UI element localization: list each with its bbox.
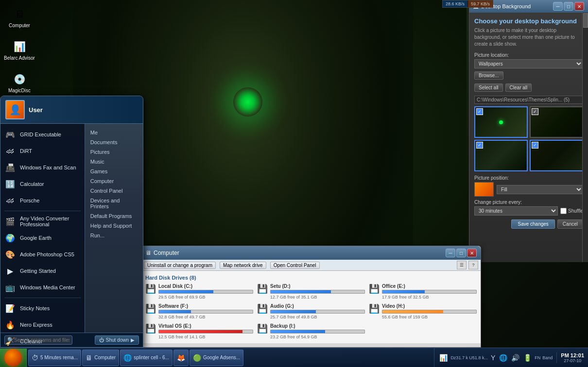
start-item-avc-label: Any Video Converter Professional — [20, 216, 81, 227]
start-right-default[interactable]: Default Programs — [87, 211, 140, 221]
drive-g-name: Audio (G:) — [270, 303, 365, 309]
drive-virtual-name: Virtual OS (E:) — [158, 323, 253, 329]
shuffle-label[interactable]: Shuffle — [560, 208, 583, 214]
thumb-4-check: ✓ — [532, 142, 538, 149]
thumb-2-check: ✓ — [532, 108, 538, 115]
start-item-fax[interactable]: 📠 Windows Fax and Scan — [0, 159, 85, 176]
save-changes-button[interactable]: Save changes — [511, 219, 554, 229]
drives-section-title: Hard Disk Drives (8) — [145, 275, 477, 281]
wallpaper-thumb-1[interactable]: ✓ — [474, 106, 528, 138]
browse-button[interactable]: Browse... — [474, 71, 503, 80]
taskbar-item-timer[interactable]: ⏱ 5 Minutes rema... — [28, 350, 81, 366]
start-right-control-panel[interactable]: Control Panel — [87, 186, 140, 196]
uninstall-button[interactable]: Uninstall or change a program — [144, 262, 216, 269]
drive-e[interactable]: 💾 Office (E:) 17.9 GB free of 32.5 GB — [369, 284, 477, 300]
drive-backup-info: Backup (I:) 23.2 GB free of 54.9 GB — [270, 323, 365, 339]
taskbar-item-computer[interactable]: 🖥 Computer — [82, 350, 119, 366]
select-all-button[interactable]: Select all — [474, 83, 503, 92]
search-box[interactable]: 🔍 — [4, 335, 72, 345]
yahoo-icon[interactable]: Y — [490, 353, 496, 363]
taskbar-item-firefox[interactable]: 🦊 — [173, 350, 189, 366]
maximize-button[interactable]: □ — [456, 249, 466, 257]
timer-icon: ⏱ — [32, 354, 38, 362]
battery-icon[interactable]: 🔋 — [522, 353, 533, 363]
wallpaper-thumb-2[interactable]: ✓ — [530, 106, 583, 138]
clear-all-button[interactable]: Clear all — [505, 83, 532, 92]
drive-f-info: Software (F:) 32.8 GB free of 49.7 GB — [158, 303, 253, 319]
user-avatar: 👤 — [5, 100, 25, 119]
start-button[interactable] — [0, 349, 27, 367]
taskbar-item-adsense[interactable]: 🟢 Google Adsens... — [190, 350, 243, 366]
help-button[interactable]: ? — [468, 261, 478, 269]
map-network-button[interactable]: Map network drive — [220, 262, 266, 269]
position-select[interactable]: Fill — [497, 185, 583, 194]
drive-c[interactable]: 💾 Local Disk (C:) 29.5 GB free of 69.9 G… — [145, 284, 253, 300]
start-right-help[interactable]: Help and Support — [87, 221, 140, 231]
clock-area[interactable]: PM 12:01 27-07-10 — [556, 352, 588, 363]
start-right-games[interactable]: Games — [87, 167, 140, 176]
location-label: Picture location: — [474, 52, 583, 58]
fax-icon: 📠 — [4, 162, 16, 173]
drive-e-size: 17.9 GB free of 32.5 GB — [382, 295, 477, 300]
volume-icon[interactable]: 🔊 — [510, 353, 520, 363]
start-right-documents[interactable]: Documents — [87, 137, 140, 147]
cancel-button[interactable]: Cancel — [557, 219, 583, 229]
network-tray-icon[interactable]: 🌐 — [498, 353, 508, 363]
start-right-me[interactable]: Me — [87, 128, 140, 137]
sticky-icon: 📝 — [4, 302, 16, 314]
drive-backup[interactable]: 💾 Backup (I:) 23.2 GB free of 54.9 GB — [257, 323, 365, 339]
close-button[interactable]: ✕ — [467, 249, 477, 257]
start-item-nero2[interactable]: 🔥 Nero Express — [0, 317, 85, 333]
bg-panel-maximize-btn[interactable]: □ — [564, 2, 573, 11]
drive-g[interactable]: 💾 Audio (G:) 25.7 GB free of 49.8 GB — [257, 303, 365, 319]
start-item-grid[interactable]: 🎮 GRID Executable — [0, 126, 85, 143]
start-item-calc[interactable]: 🔢 Calculator — [0, 176, 85, 192]
wallpaper-thumb-4[interactable]: ✓ — [530, 140, 583, 171]
drive-h[interactable]: 💾 Video (H:) 55.6 GB free of 159 GB — [369, 303, 477, 319]
drive-d[interactable]: 💾 Setu (D:) 12.7 GB free of 35.1 GB — [257, 284, 365, 300]
desktop-icon-magicdisk[interactable]: 💿 MagicDisc — [2, 70, 36, 95]
desktop-icon-computer[interactable]: 🖥 Computer — [2, 5, 36, 30]
desktop-icon-belarc[interactable]: 📊 Belarc Advisor — [2, 37, 36, 63]
drive-virtual[interactable]: 💾 Virtual OS (E:) 12.5 GB free of 14.1 G… — [145, 323, 253, 339]
start-item-photoshop[interactable]: 🎨 Adobe Photoshop CS5 — [0, 246, 85, 263]
change-label: Change picture every: — [474, 200, 583, 205]
start-item-porsche[interactable]: 🏎 Porsche — [0, 192, 85, 209]
bg-panel-scrollbar[interactable] — [582, 13, 588, 262]
shutdown-button[interactable]: ⏻ Shut down ▶ — [95, 335, 139, 345]
desktop-background-panel: 🖼 Desktop Background ─ □ ✕ Choose your d… — [469, 0, 588, 262]
bg-panel-minimize-btn[interactable]: ─ — [553, 2, 563, 11]
location-select[interactable]: Wallpapers — [474, 59, 583, 68]
start-item-sticky[interactable]: 📝 Sticky Notes — [0, 300, 85, 317]
start-item-dirt[interactable]: 🏎 DiRT — [0, 143, 85, 159]
start-item-getting-started[interactable]: ▶ Getting Started — [0, 263, 85, 279]
drive-f[interactable]: 💾 Software (F:) 32.8 GB free of 49.7 GB — [145, 303, 253, 319]
taskbar-item-browser[interactable]: 🌐 splinter cell - 6... — [120, 350, 173, 366]
start-item-avc[interactable]: 🎬 Any Video Converter Professional — [0, 213, 85, 230]
start-right-pictures[interactable]: Pictures — [87, 147, 140, 157]
shuffle-checkbox[interactable] — [560, 208, 567, 214]
minimize-button[interactable]: ─ — [446, 249, 455, 257]
shutdown-arrow-icon: ▶ — [131, 337, 135, 343]
bg-panel-close-btn[interactable]: ✕ — [574, 2, 584, 11]
scrollbar-thumb[interactable] — [583, 13, 588, 28]
computer-body: Hard Disk Drives (8) 💾 Local Disk (C:) 2… — [141, 271, 481, 343]
start-right-music[interactable]: Music — [87, 157, 140, 167]
start-item-wmc-label: Windows Media Center — [20, 284, 75, 290]
view-toggle-button[interactable]: ☰ — [457, 261, 467, 269]
start-right-devices[interactable]: Devices and Printers — [87, 196, 140, 211]
ubit-tray-icon[interactable]: 📊 — [438, 353, 449, 363]
belarc-icon-label: Belarc Advisor — [4, 55, 35, 61]
search-input[interactable] — [14, 337, 69, 343]
grid-icon: 🎮 — [4, 129, 16, 140]
wallpaper-thumb-3[interactable]: ✓ — [474, 140, 528, 171]
desktop: 28.6 KB/s 59.7 KB/s 🖥 Computer 📊 Belarc … — [0, 0, 588, 367]
open-control-panel-button[interactable]: Open Control Panel — [270, 262, 320, 269]
start-menu-divider-1 — [4, 211, 81, 211]
start-item-gearth[interactable]: 🌍 Google Earth — [0, 230, 85, 246]
start-item-wmc[interactable]: 📺 Windows Media Center — [0, 279, 85, 296]
start-right-run[interactable]: Run... — [87, 231, 140, 240]
change-select[interactable]: 30 minutes — [474, 206, 558, 216]
drive-e-name: Office (E:) — [382, 284, 477, 289]
start-right-computer[interactable]: Computer — [87, 176, 140, 186]
